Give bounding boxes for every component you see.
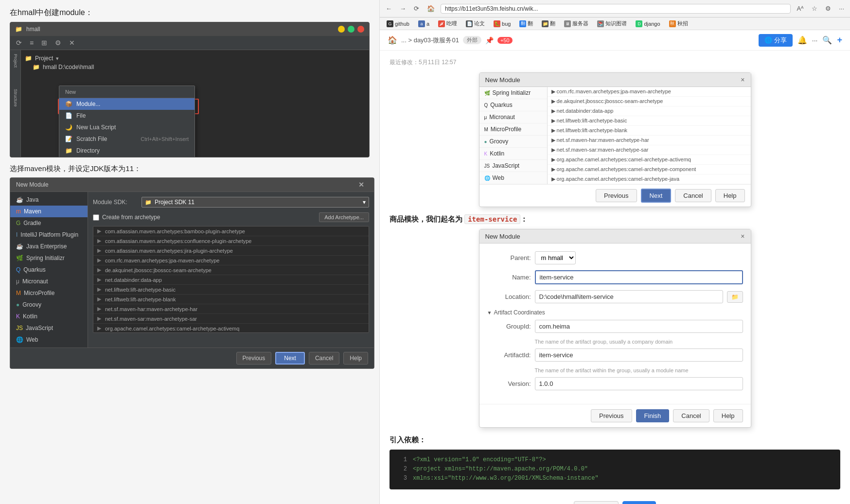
dlist-microprofile[interactable]: M MicroProfile [10, 287, 88, 299]
groupid-input[interactable] [535, 320, 743, 333]
step1-micronaut[interactable]: μ Micronaut [479, 111, 547, 123]
home-btn[interactable]: 🏠 [425, 4, 437, 13]
dlist-javascript[interactable]: JS JavaScript [10, 322, 88, 334]
step2-close[interactable]: × [741, 232, 744, 240]
minimize-btn[interactable] [338, 26, 345, 33]
settings-btn[interactable]: ⚙ [53, 38, 63, 48]
bookmark-knowledge[interactable]: 📚 知识图谱 [594, 19, 630, 28]
step2-cancel-btn[interactable]: Cancel [673, 409, 709, 422]
menu-item-module[interactable]: 📦 Module... [59, 98, 195, 110]
step2-previous-btn[interactable]: Previous [591, 409, 632, 422]
bell-icon[interactable]: 🔔 [797, 35, 807, 45]
forward-btn[interactable]: → [398, 4, 408, 13]
dlist-intellij-plugin[interactable]: I IntelliJ Platform Plugin [10, 229, 88, 241]
menu-item-file[interactable]: 📄 File [59, 110, 195, 122]
archetype-item-4[interactable]: ▶ de.akquinet.jbosscc:jbosscc-seam-arche… [93, 265, 369, 275]
maximize-btn[interactable] [348, 26, 354, 33]
bottom-previous-btn[interactable]: Previous [574, 501, 619, 504]
expand-btn[interactable]: ⊞ [39, 38, 49, 48]
collapse-btn[interactable]: ≡ [28, 38, 35, 48]
archetype-item-6[interactable]: ▶ net.liftweb:lift-archetype-basic [93, 285, 369, 295]
step1-arch-0[interactable]: ▶ com.rfc.maven.archetypes:jpa-maven-arc… [548, 87, 751, 97]
add-icon[interactable]: + [837, 35, 842, 45]
dlist-kotlin[interactable]: K Kotlin [10, 311, 88, 322]
archetype-item-3[interactable]: ▶ com.rfc.maven.archetypes:jpa-maven-arc… [93, 256, 369, 265]
bottom-next-btn[interactable]: Next [622, 501, 656, 504]
left-help-btn[interactable]: Help [343, 352, 368, 365]
archetype-item-5[interactable]: ▶ net.databinder:data-app [93, 275, 369, 285]
step1-previous-btn[interactable]: Previous [596, 189, 637, 202]
pin-icon[interactable]: 📌 [485, 36, 494, 44]
dlist-groovy[interactable]: ● Groovy [10, 299, 88, 311]
sidebar-tab-project[interactable]: Project [12, 52, 19, 70]
step1-kotlin[interactable]: K Kotlin [479, 148, 547, 160]
bookmark-fan2[interactable]: 📁 翻 [539, 19, 558, 28]
dlist-gradle[interactable]: G Gradle [10, 217, 88, 229]
step1-javascript[interactable]: JS JavaScript [479, 160, 547, 172]
step2-finish-btn[interactable]: Finish [636, 409, 670, 422]
step1-arch-9[interactable]: ▶ org.apache.camel.archetypes:camel-arch… [548, 174, 751, 184]
menu-item-html[interactable]: 🌐 HTML File [59, 156, 195, 157]
search-icon[interactable]: 🔍 [822, 35, 832, 45]
archetype-item-1[interactable]: ▶ com.atlassian.maven.archetypes:conflue… [93, 236, 369, 246]
sync-btn[interactable]: ⟳ [14, 38, 24, 48]
step1-spring[interactable]: 🌿 Spring Initializr [479, 87, 547, 99]
step1-microprofile[interactable]: M MicroProfile [479, 123, 547, 136]
step1-arch-4[interactable]: ▶ net.liftweb:lift-archetype-blank [548, 126, 751, 136]
close-btn[interactable] [357, 26, 364, 33]
parent-select[interactable]: m hmall [535, 251, 576, 264]
step1-web[interactable]: 🌐 Web [479, 172, 547, 184]
read-mode-btn[interactable]: Aᴬ [795, 4, 806, 13]
more-nav-icon[interactable]: ··· [812, 36, 818, 44]
dlist-java-enterprise[interactable]: ☕ Java Enterprise [10, 241, 88, 252]
breadcrumb[interactable]: ... > day03-微服务01 [401, 36, 459, 45]
step1-arch-5[interactable]: ▶ net.sf.maven-har:maven-archetype-har [548, 136, 751, 145]
step1-arch-2[interactable]: ▶ net.databinder:data-app [548, 106, 751, 116]
archetype-checkbox[interactable] [93, 214, 99, 221]
share-btn[interactable]: 🌐 分享 [759, 34, 793, 47]
archetype-item-7[interactable]: ▶ net.liftweb:lift-archetype-blank [93, 295, 369, 304]
dlist-quarkus[interactable]: Q Quarkus [10, 264, 88, 276]
step1-arch-1[interactable]: ▶ de.akquinet.jbosscc:jbosscc-seam-arche… [548, 97, 751, 106]
project-dropdown[interactable]: ▾ [56, 55, 59, 62]
bookmark-lunwen[interactable]: 📄 论文 [463, 19, 488, 28]
archetype-item-8[interactable]: ▶ net.sf.maven-har:maven-archetype-har [93, 304, 369, 314]
archetype-item-9[interactable]: ▶ net.sf.maven-sar:maven-archetype-sar [93, 314, 369, 324]
dlist-java[interactable]: ☕ Java [10, 194, 88, 206]
address-bar[interactable]: https://b11et3un53m.feishu.cn/wik... [441, 4, 791, 14]
archetype-list-left[interactable]: ▶ com.atlassian.maven.archetypes:bamboo-… [93, 226, 369, 333]
settings-browser-btn[interactable]: ⚙ [823, 4, 833, 13]
dlist-spring[interactable]: 🌿 Spring Initializr [10, 252, 88, 264]
step1-next-btn[interactable]: Next [641, 189, 672, 203]
step1-arch-6[interactable]: ▶ net.sf.maven-sar:maven-archetype-sar [548, 145, 751, 155]
bookmark-server[interactable]: 🖥 服务器 [561, 19, 591, 28]
sidebar-tab-structure[interactable]: Structure [12, 87, 19, 109]
bookmark-django[interactable]: D django [633, 19, 663, 28]
browse-btn[interactable]: 📁 [727, 291, 743, 303]
step1-arch-8[interactable]: ▶ org.apache.camel.archetypes:camel-arch… [548, 165, 751, 174]
menu-item-directory[interactable]: 📁 Directory [59, 145, 195, 156]
dlist-micronaut[interactable]: μ Micronaut [10, 276, 88, 287]
step1-close[interactable]: × [741, 76, 744, 84]
close-panel-btn[interactable]: ✕ [67, 38, 77, 48]
step1-arch-3[interactable]: ▶ net.liftweb:lift-archetype-basic [548, 116, 751, 126]
hmall-tree-item[interactable]: 📁 hmall D:\code\hmall [25, 63, 365, 71]
step1-groovy[interactable]: ● Groovy [479, 136, 547, 148]
home-feishu-icon[interactable]: 🏠 [388, 35, 397, 45]
step2-help-btn[interactable]: Help [713, 409, 743, 422]
more-browser-btn[interactable]: ··· [837, 4, 846, 13]
archetype-item-0[interactable]: ▶ com.atlassian.maven.archetypes:bamboo-… [93, 226, 369, 236]
step1-help-btn[interactable]: Help [715, 189, 745, 202]
name-input[interactable] [535, 270, 743, 284]
add-archetype-btn[interactable]: Add Archetype... [319, 212, 369, 222]
archetype-item-10[interactable]: ▶ org.apache.camel.archetypes:camel-arch… [93, 324, 369, 333]
dialog-close-x[interactable]: ✕ [358, 181, 364, 189]
back-btn[interactable]: ← [384, 4, 394, 13]
fav-btn[interactable]: ☆ [810, 4, 819, 13]
version-input[interactable] [535, 377, 743, 390]
left-previous-btn[interactable]: Previous [236, 352, 272, 365]
bookmark-fan[interactable]: 翻 翻 [516, 19, 536, 28]
menu-item-scratch[interactable]: 📝 Scratch File Ctrl+Alt+Shift+Insert [59, 133, 195, 145]
bookmark-qiuzhao[interactable]: 秋 秋招 [666, 19, 691, 28]
menu-item-lua[interactable]: 🌙 New Lua Script [59, 122, 195, 133]
